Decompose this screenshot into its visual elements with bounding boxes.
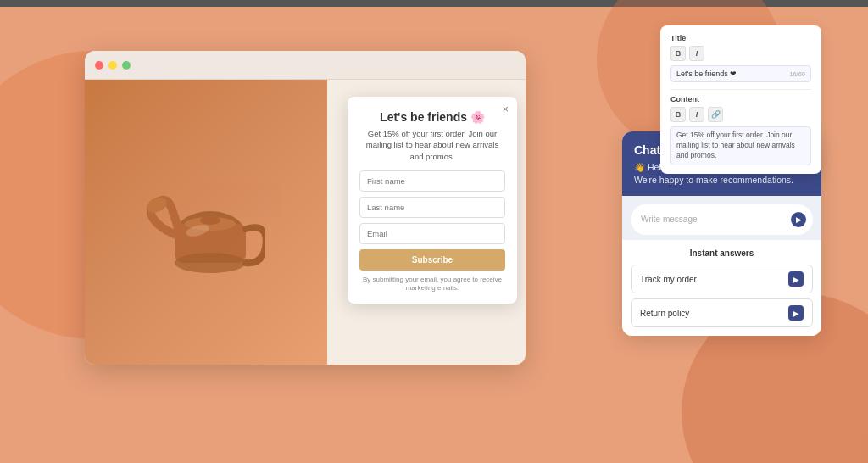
bold-button-content[interactable]: B bbox=[670, 107, 686, 122]
return-policy-label: Return policy bbox=[640, 309, 689, 318]
email-input[interactable] bbox=[359, 223, 505, 244]
chat-input-wrapper[interactable]: Write message ▶ bbox=[631, 204, 813, 235]
title-value: Let's be friends ❤ bbox=[676, 70, 737, 78]
content-toolbar: B I 🔗 bbox=[670, 107, 811, 122]
italic-button-title[interactable]: I bbox=[689, 46, 704, 61]
title-input-area[interactable]: Let's be friends ❤ 16/60 bbox=[670, 65, 811, 82]
title-section-label: Title bbox=[670, 34, 811, 42]
subscribe-button[interactable]: Subscribe bbox=[359, 249, 505, 271]
svg-point-5 bbox=[200, 216, 220, 225]
chat-placeholder: Write message bbox=[641, 215, 698, 224]
track-order-arrow: ▶ bbox=[788, 271, 804, 287]
content-section-label: Content bbox=[670, 95, 811, 103]
chat-message-area: Write message ▶ bbox=[622, 196, 821, 240]
return-policy-item[interactable]: Return policy ▶ bbox=[631, 298, 813, 327]
dot-red bbox=[95, 61, 103, 70]
title-char-count: 16/60 bbox=[789, 70, 805, 78]
track-order-label: Track my order bbox=[640, 275, 697, 284]
content-value[interactable]: Get 15% off your first order. Join our m… bbox=[670, 126, 811, 165]
popup-modal: × Let's be friends 🌸 Get 15% off your fi… bbox=[348, 97, 517, 304]
instant-answers-section: Instant answers Track my order ▶ Return … bbox=[622, 240, 821, 336]
italic-button-content[interactable]: I bbox=[689, 107, 704, 122]
track-order-item[interactable]: Track my order ▶ bbox=[631, 265, 813, 293]
link-button-content[interactable]: 🔗 bbox=[708, 107, 723, 122]
watering-can-illustration bbox=[147, 154, 265, 290]
image-area bbox=[85, 80, 327, 365]
instant-answers-title: Instant answers bbox=[631, 248, 813, 258]
browser-content: × Let's be friends 🌸 Get 15% off your fi… bbox=[85, 80, 526, 365]
dot-green bbox=[122, 61, 131, 70]
first-name-input[interactable] bbox=[359, 170, 505, 192]
return-policy-arrow: ▶ bbox=[788, 305, 804, 321]
dot-yellow bbox=[108, 61, 117, 70]
last-name-input[interactable] bbox=[359, 197, 505, 218]
popup-fine-print: By submitting your email, you agree to r… bbox=[359, 276, 505, 293]
title-panel: Title B I Let's be friends ❤ 16/60 Conte… bbox=[660, 25, 821, 174]
title-toolbar: B I bbox=[670, 46, 811, 61]
popup-close-button[interactable]: × bbox=[502, 103, 509, 114]
chat-send-button[interactable]: ▶ bbox=[791, 212, 806, 227]
browser-bar bbox=[85, 51, 526, 80]
popup-subtitle: Get 15% off your first order. Join our m… bbox=[359, 128, 505, 162]
browser-window: × Let's be friends 🌸 Get 15% off your fi… bbox=[85, 51, 526, 365]
popup-title: Let's be friends 🌸 bbox=[359, 110, 505, 124]
send-icon: ▶ bbox=[796, 215, 802, 224]
bold-button-title[interactable]: B bbox=[670, 46, 686, 61]
panel-divider bbox=[670, 89, 811, 90]
svg-point-2 bbox=[175, 253, 246, 273]
